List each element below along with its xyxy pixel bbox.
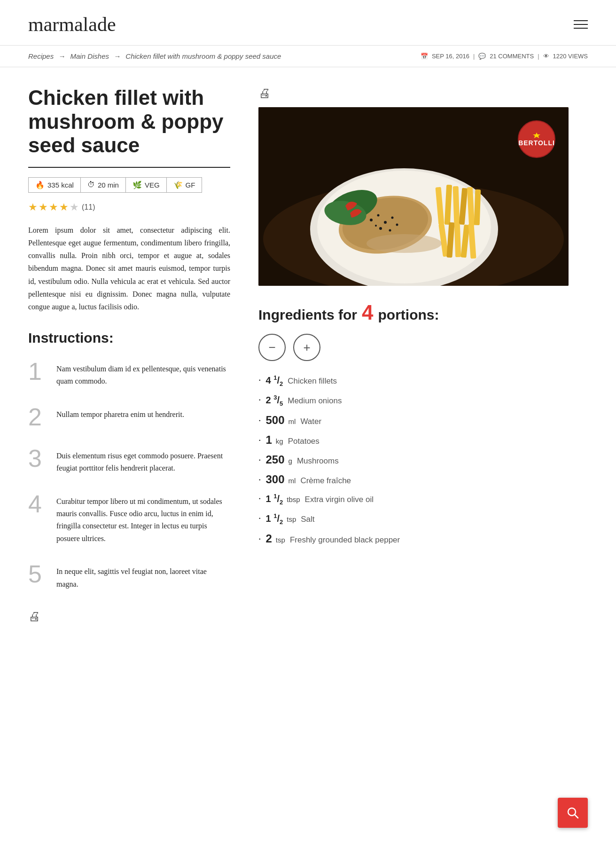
instruction-item-5: 5 In neque elit, sagittis vel feugiat no… xyxy=(28,562,230,590)
svg-point-17 xyxy=(370,219,373,221)
increase-portions-button[interactable]: + xyxy=(293,334,320,361)
ing-amount-oil: 1 1/2 xyxy=(266,493,283,506)
breadcrumb-arrow1: → xyxy=(58,52,67,60)
svg-point-21 xyxy=(379,227,382,230)
stars: ★ ★ ★ ★ ★ xyxy=(28,201,79,213)
flame-icon: 🔥 xyxy=(35,181,45,189)
rating-row: ★ ★ ★ ★ ★ (11) xyxy=(28,201,230,213)
meta-sep1: | xyxy=(473,53,475,60)
hamburger-line1 xyxy=(574,20,588,21)
breadcrumb-recipes[interactable]: Recipes xyxy=(28,52,54,60)
star-4[interactable]: ★ xyxy=(59,201,69,213)
instruction-item-4: 4 Curabitur tempor libero ut mi condimen… xyxy=(28,492,230,545)
instruction-text-2: Nullam tempor pharetra enim ut hendrerit… xyxy=(56,405,184,421)
ing-name-chicken: Chicken fillets xyxy=(288,377,337,386)
print-top: 🖨 xyxy=(258,86,588,101)
badge-time: ⏱ 20 min xyxy=(80,177,126,193)
bertolli-name: BERTOLLI xyxy=(518,139,555,147)
svg-point-24 xyxy=(396,224,398,226)
ingredient-oil: 1 1/2 tbsp Extra virgin olive oil xyxy=(258,493,588,506)
breadcrumb-current: Chicken fillet with mushroom & poppy see… xyxy=(125,52,281,60)
clock-icon: ⏱ xyxy=(87,181,95,189)
ing-unit-mushrooms: g xyxy=(289,457,292,465)
print-bottom: 🖨 xyxy=(28,609,230,624)
ing-amount-mushrooms: 250 xyxy=(266,453,285,466)
ingredient-potatoes: 1 kg Potatoes xyxy=(258,433,588,447)
ingredient-pepper: 2 tsp Freshly grounded black pepper xyxy=(258,532,588,545)
ing-unit-creme: ml xyxy=(289,477,296,485)
recipe-title: Chicken fillet with mushroom & poppy see… xyxy=(28,86,230,157)
badge-time-label: 20 min xyxy=(98,181,119,189)
ingredients-suffix: portions: xyxy=(378,307,439,323)
instruction-item-1: 1 Nam vestibulum diam id ex pellentesque… xyxy=(28,359,230,388)
decrease-portions-button[interactable]: − xyxy=(258,334,286,361)
ingredient-salt: 1 1/2 tsp Salt xyxy=(258,512,588,526)
meta-comments: 21 COMMENTS xyxy=(490,53,534,60)
instruction-list: 1 Nam vestibulum diam id ex pellentesque… xyxy=(28,359,230,590)
instruction-text-3: Duis elementum risus eget commodo posuer… xyxy=(56,446,230,475)
recipe-image: BERTOLLI xyxy=(258,107,569,286)
ing-name-pepper: Freshly grounded black pepper xyxy=(290,535,400,545)
ingredient-list: 4 1/2 Chicken fillets 2 3/5 Medium onion… xyxy=(258,374,588,545)
breadcrumb-main-dishes[interactable]: Main Dishes xyxy=(70,52,109,60)
instruction-text-4: Curabitur tempor libero ut mi condimentu… xyxy=(56,492,230,545)
svg-point-22 xyxy=(389,229,391,232)
ing-amount-pepper: 2 xyxy=(266,532,272,545)
badge-kcal-label: 335 kcal xyxy=(47,181,74,189)
ing-amount-chicken: 4 1/2 xyxy=(266,374,283,387)
print-button-bottom[interactable]: 🖨 xyxy=(28,609,40,624)
svg-line-29 xyxy=(575,815,578,818)
ing-name-onions: Medium onions xyxy=(288,396,342,406)
ingredients-prefix: Ingredients for xyxy=(258,307,357,323)
meta-date: SEP 16, 2016 xyxy=(432,53,469,60)
title-divider xyxy=(28,167,230,168)
ing-unit-potatoes: kg xyxy=(276,437,283,445)
badge-veg-label: VEG xyxy=(145,181,160,189)
main-content: Chicken fillet with mushroom & poppy see… xyxy=(0,67,616,643)
meta-views: 1220 VIEWS xyxy=(553,53,588,60)
badge-gf-label: GF xyxy=(186,181,195,189)
breadcrumb: Recipes → Main Dishes → Chicken fillet w… xyxy=(28,52,281,60)
hamburger-menu[interactable] xyxy=(574,20,588,29)
ingredient-onions: 2 3/5 Medium onions xyxy=(258,394,588,407)
instruction-number-3: 3 xyxy=(28,446,45,471)
breadcrumb-arrow2: → xyxy=(114,52,123,60)
portions-controls: − + xyxy=(258,334,588,361)
grain-icon: 🌾 xyxy=(173,181,183,189)
breadcrumb-bar: Recipes → Main Dishes → Chicken fillet w… xyxy=(0,46,616,67)
instruction-number-4: 4 xyxy=(28,492,45,516)
svg-point-27 xyxy=(366,234,442,253)
star-1[interactable]: ★ xyxy=(28,201,38,213)
star-5[interactable]: ★ xyxy=(70,201,79,213)
print-button-top[interactable]: 🖨 xyxy=(258,86,271,101)
date-icon: 📅 xyxy=(421,53,428,60)
portions-number: 4 xyxy=(362,301,373,324)
ing-unit-salt: tsp xyxy=(287,515,296,523)
hamburger-line3 xyxy=(574,28,588,29)
star-2[interactable]: ★ xyxy=(39,201,48,213)
ing-name-oil: Extra virgin olive oil xyxy=(305,495,374,504)
ingredients-section: Ingredients for 4 portions: − + 4 1/2 Ch… xyxy=(258,301,588,545)
svg-point-20 xyxy=(391,217,394,219)
leaf-icon: 🌿 xyxy=(133,181,142,189)
ing-amount-water: 500 xyxy=(266,414,285,427)
ing-name-mushrooms: Mushrooms xyxy=(297,456,339,466)
rating-count: (11) xyxy=(82,203,95,212)
svg-point-19 xyxy=(384,221,387,224)
badges-row: 🔥 335 kcal ⏱ 20 min 🌿 VEG 🌾 GF xyxy=(28,177,230,193)
instructions-title: Instructions: xyxy=(28,330,230,346)
ingredient-mushrooms: 250 g Mushrooms xyxy=(258,453,588,466)
header: marmalade xyxy=(0,0,616,46)
fab-search-button[interactable] xyxy=(558,798,588,828)
views-icon: 👁 xyxy=(543,53,549,60)
badge-veg: 🌿 VEG xyxy=(125,177,167,193)
instruction-text-5: In neque elit, sagittis vel feugiat non,… xyxy=(56,562,230,590)
ing-name-salt: Salt xyxy=(301,515,314,524)
ing-amount-onions: 2 3/5 xyxy=(266,394,283,407)
ing-unit-pepper: tsp xyxy=(276,536,285,544)
ing-amount-salt: 1 1/2 xyxy=(266,512,283,526)
badge-kcal: 🔥 335 kcal xyxy=(28,177,81,193)
hamburger-line2 xyxy=(574,24,588,25)
svg-point-18 xyxy=(377,214,380,217)
star-3[interactable]: ★ xyxy=(49,201,58,213)
